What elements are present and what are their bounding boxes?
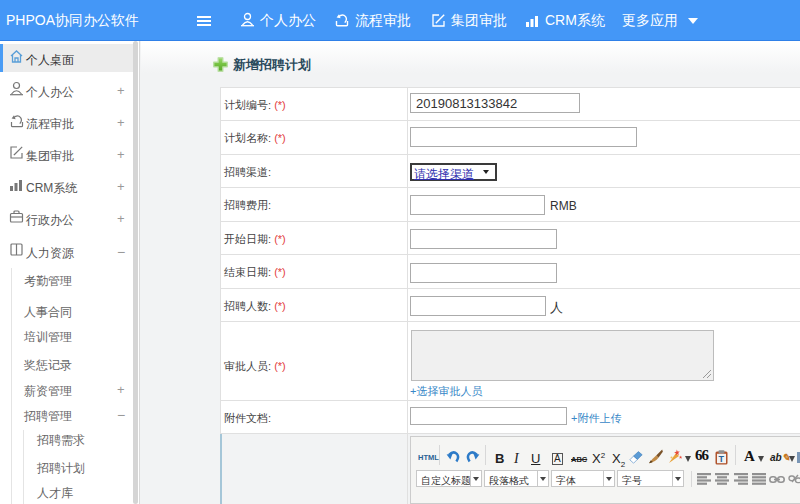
svg-text:T: T xyxy=(719,454,725,464)
